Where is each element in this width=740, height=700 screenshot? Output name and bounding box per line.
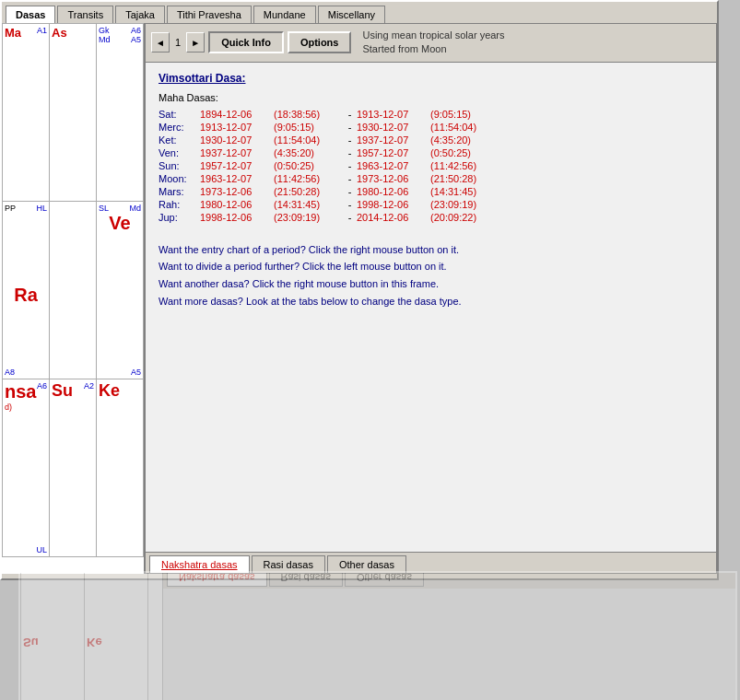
dasa-date1: 1973-12-06: [200, 186, 274, 197]
dasa-date1: 1998-12-06: [200, 212, 274, 223]
tab-transits[interactable]: Transits: [57, 6, 113, 23]
chart-cell-top-left: Ma A1: [3, 24, 50, 202]
reflection: Su Ke Nakshatra dasas Rasi dasas Other d…: [18, 571, 737, 700]
label-md-top: Md: [99, 35, 111, 44]
planet-nsa: nsa: [5, 381, 36, 402]
bottom-tab-other[interactable]: Other dasas: [327, 555, 406, 573]
dasa-date2: 1973-12-06: [357, 173, 430, 184]
reflection-chart: Su Ke: [20, 571, 163, 700]
quick-info-button[interactable]: Quick Info: [208, 31, 284, 53]
label-a8: A8: [5, 368, 15, 377]
label-a5-top: A5: [131, 35, 141, 44]
dasa-time1: (0:50:25): [274, 160, 343, 171]
dasa-date2: 1998-12-06: [357, 199, 430, 210]
dasa-time1: (18:38:56): [274, 109, 343, 120]
dasa-date1: 1913-12-07: [200, 122, 274, 133]
help-text: Want the entry chart of a period? Click …: [159, 241, 703, 310]
tab-mundane[interactable]: Mundane: [253, 6, 316, 23]
label-pp: PP: [5, 204, 16, 213]
maha-dasas-label: Maha Dasas:: [159, 92, 703, 103]
planet-ra-big: Ra: [5, 285, 47, 306]
dasa-date1: 1963-12-07: [200, 173, 274, 184]
chart-cell-mid-center: [50, 202, 97, 379]
dasa-row[interactable]: Ket: 1930-12-07 (11:54:04) - 1937-12-07 …: [159, 134, 703, 146]
dasa-date2: 1913-12-07: [357, 109, 430, 120]
dasa-date1: 1980-12-06: [200, 199, 274, 210]
help-line: Want another dasa? Click the right mouse…: [159, 275, 703, 293]
dasa-time2: (14:31:45): [430, 186, 499, 197]
label-sl: SL: [99, 204, 109, 213]
dasa-time2: (20:09:22): [430, 212, 499, 223]
dasa-dash: -: [343, 160, 357, 171]
reflection-inner: Su Ke Nakshatra dasas Rasi dasas Other d…: [18, 571, 737, 700]
label-md-mid: Md: [129, 204, 141, 213]
dasa-dash: -: [343, 186, 357, 197]
nav-number: 1: [173, 37, 182, 48]
reflection-dasa: Nakshatra dasas Rasi dasas Other dasas: [163, 571, 735, 700]
label-gk: Gk: [99, 26, 110, 35]
dasa-toolbar: ◄ 1 ► Quick Info Options Using mean trop…: [146, 24, 716, 63]
chart-cell-mid-right: SL Md Ve A5: [97, 202, 144, 379]
help-line: Want to divide a period further? Click t…: [159, 258, 703, 275]
dasa-planet: Sat:: [159, 109, 200, 120]
chart-cell-bot-right: Ke: [97, 379, 144, 557]
dasa-row[interactable]: Moon: 1963-12-07 (11:42:56) - 1973-12-06…: [159, 173, 703, 184]
bottom-tabs: Nakshatra dasas Rasi dasas Other dasas: [146, 552, 716, 573]
dasa-time2: (11:54:04): [430, 122, 499, 133]
dasa-planet: Sun:: [159, 160, 200, 171]
dasa-time1: (9:05:15): [274, 122, 343, 133]
dasa-row[interactable]: Rah: 1980-12-06 (14:31:45) - 1998-12-06 …: [159, 199, 703, 210]
dasa-date1: 1937-12-07: [200, 147, 274, 158]
dasa-dash: -: [343, 134, 357, 146]
bottom-tab-nakshatra[interactable]: Nakshatra dasas: [149, 555, 250, 573]
dasa-date1: 1894-12-06: [200, 109, 274, 120]
dasa-planet: Ket:: [159, 134, 200, 146]
dasa-date2: 1980-12-06: [357, 186, 430, 197]
planet-ve-big: Ve: [99, 213, 141, 234]
label-a6: A6: [131, 26, 141, 35]
dasa-row[interactable]: Sat: 1894-12-06 (18:38:56) - 1913-12-07 …: [159, 109, 703, 120]
dasa-row[interactable]: Sun: 1957-12-07 (0:50:25) - 1963-12-07 (…: [159, 160, 703, 171]
dasa-date2: 1930-12-07: [357, 122, 430, 133]
dasa-dash: -: [343, 122, 357, 133]
dasa-row[interactable]: Jup: 1998-12-06 (23:09:19) - 2014-12-06 …: [159, 212, 703, 223]
help-line: Want the entry chart of a period? Click …: [159, 241, 703, 259]
content-area: Ma A1 As Gk Md A6 A5 PP: [2, 23, 717, 574]
main-window: Dasas Transits Tajaka Tithi Pravesha Mun…: [0, 0, 719, 580]
dasa-planet: Moon:: [159, 173, 200, 184]
dasa-time1: (4:35:20): [274, 147, 343, 158]
dasa-dash: -: [343, 199, 357, 210]
nav-next-button[interactable]: ►: [186, 32, 205, 52]
chart-table: Ma A1 As Gk Md A6 A5 PP: [2, 23, 144, 557]
dasa-date2: 1963-12-07: [357, 160, 430, 171]
dasa-row[interactable]: Mars: 1973-12-06 (21:50:28) - 1980-12-06…: [159, 186, 703, 197]
dasa-time1: (11:42:56): [274, 173, 343, 184]
chart-cell-bot-left: UL A6 nsa d): [3, 379, 50, 557]
tab-tajaka[interactable]: Tajaka: [115, 6, 165, 23]
label-a2: A2: [84, 381, 94, 391]
dasa-dash: -: [343, 147, 357, 158]
tab-dasas[interactable]: Dasas: [6, 6, 55, 23]
tab-miscellany[interactable]: Miscellany: [318, 6, 385, 23]
dasa-time1: (23:09:19): [274, 212, 343, 223]
chart-cell-mid-left: PP HL A8 Ra: [3, 202, 50, 379]
label-a5-mid: A5: [131, 368, 141, 377]
dasa-dash: -: [343, 212, 357, 223]
bottom-tab-rasi[interactable]: Rasi dasas: [252, 555, 325, 573]
tab-tithi-pravesha[interactable]: Tithi Pravesha: [167, 6, 252, 23]
info-line2: Started from Moon: [362, 42, 504, 56]
planet-su: Su: [52, 381, 73, 400]
dasa-time1: (14:31:45): [274, 199, 343, 210]
dasa-date2: 1937-12-07: [357, 134, 430, 146]
reflection-content: Su Ke Nakshatra dasas Rasi dasas Other d…: [20, 571, 735, 700]
dasa-planet: Merc:: [159, 122, 200, 133]
dasa-row[interactable]: Merc: 1913-12-07 (9:05:15) - 1930-12-07 …: [159, 122, 703, 133]
planet-ke: Ke: [99, 381, 120, 400]
options-button[interactable]: Options: [288, 31, 352, 53]
chart-cell-top-right: Gk Md A6 A5: [97, 24, 144, 202]
dasa-dash: -: [343, 173, 357, 184]
dasa-row[interactable]: Ven: 1937-12-07 (4:35:20) - 1957-12-07 (…: [159, 147, 703, 158]
chart-cell-top-mid: As: [50, 24, 97, 202]
dasa-time2: (9:05:15): [430, 109, 499, 120]
nav-prev-button[interactable]: ◄: [151, 32, 170, 52]
